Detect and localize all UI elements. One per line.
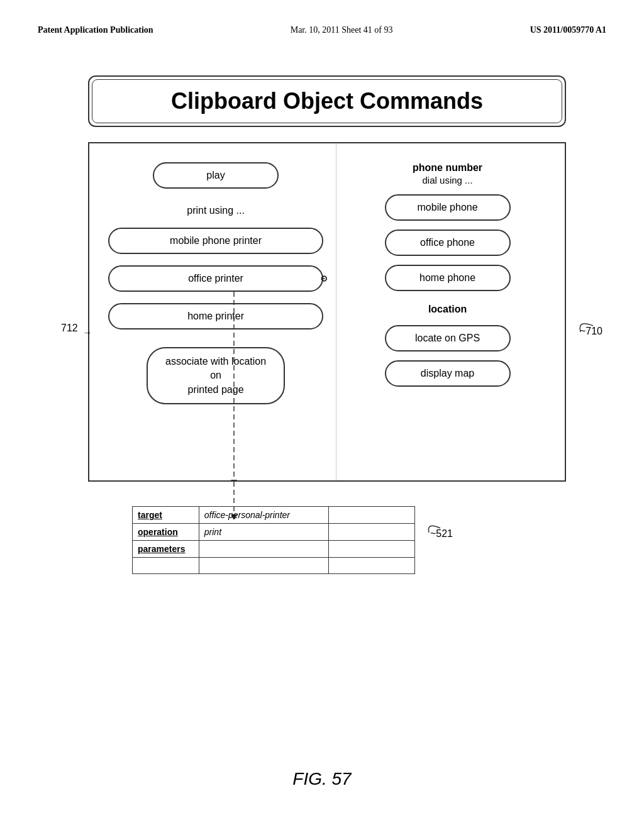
operation-extra	[328, 524, 414, 541]
table-container: target office-personal-printer operation…	[132, 506, 415, 574]
table-row	[133, 558, 415, 574]
parameters-value1	[199, 541, 328, 558]
label-712: 712	[61, 323, 78, 334]
office-phone-button[interactable]: office phone	[385, 230, 511, 256]
mobile-phone-button[interactable]: mobile phone	[385, 194, 511, 221]
office-printer-button[interactable]: office printer	[108, 265, 323, 292]
data-table: target office-personal-printer operation…	[132, 506, 415, 574]
location-section: location locate on GPS display map	[349, 304, 546, 387]
title-box: Clipboard Object Commands	[88, 75, 566, 127]
target-value: office-personal-printer	[199, 507, 328, 524]
location-label: location	[349, 304, 546, 315]
right-column: phone number dial using ... mobile phone…	[336, 143, 565, 480]
phone-section: phone number dial using ... mobile phone…	[349, 162, 546, 291]
arrow-712: →	[83, 328, 92, 338]
associate-location-button[interactable]: associate with location on printed page	[147, 347, 285, 404]
header-right: US 2011/0059770 A1	[530, 25, 606, 35]
page-header: Patent Application Publication Mar. 10, …	[38, 25, 606, 35]
dial-using-label: dial using ...	[349, 175, 546, 185]
arrow-521-svg	[421, 519, 447, 538]
home-phone-button[interactable]: home phone	[385, 265, 511, 291]
phone-number-label: phone number	[349, 162, 546, 174]
param-row2-label	[133, 558, 199, 574]
gear-icon: ⚙	[320, 274, 328, 284]
locate-gps-button[interactable]: locate on GPS	[385, 325, 511, 351]
parameters-extra	[328, 541, 414, 558]
header-center: Mar. 10, 2011 Sheet 41 of 93	[291, 25, 393, 35]
diagram-title: Clipboard Object Commands	[108, 88, 546, 114]
display-map-button[interactable]: display map	[385, 360, 511, 387]
param-row2-value	[199, 558, 328, 574]
print-using-label: print using ...	[108, 205, 323, 216]
target-label: target	[133, 507, 199, 524]
arrow-710-svg	[574, 313, 599, 338]
table-row: operation print	[133, 524, 415, 541]
table-row: parameters	[133, 541, 415, 558]
parameters-label: parameters	[133, 541, 199, 558]
operation-value: print	[199, 524, 328, 541]
left-column: play print using ... mobile phone printe…	[89, 143, 336, 480]
param-row2-extra	[328, 558, 414, 574]
operation-label: operation	[133, 524, 199, 541]
table-row: target office-personal-printer	[133, 507, 415, 524]
mobile-phone-printer-button[interactable]: mobile phone printer	[108, 228, 323, 254]
content-panel: play print using ... mobile phone printe…	[88, 142, 566, 482]
diagram-container: Clipboard Object Commands play print usi…	[88, 75, 566, 519]
fig-caption: FIG. 57	[292, 769, 351, 789]
header-left: Patent Application Publication	[38, 25, 153, 35]
home-printer-button[interactable]: home printer	[108, 303, 323, 329]
target-extra	[328, 507, 414, 524]
play-button[interactable]: play	[153, 162, 279, 189]
